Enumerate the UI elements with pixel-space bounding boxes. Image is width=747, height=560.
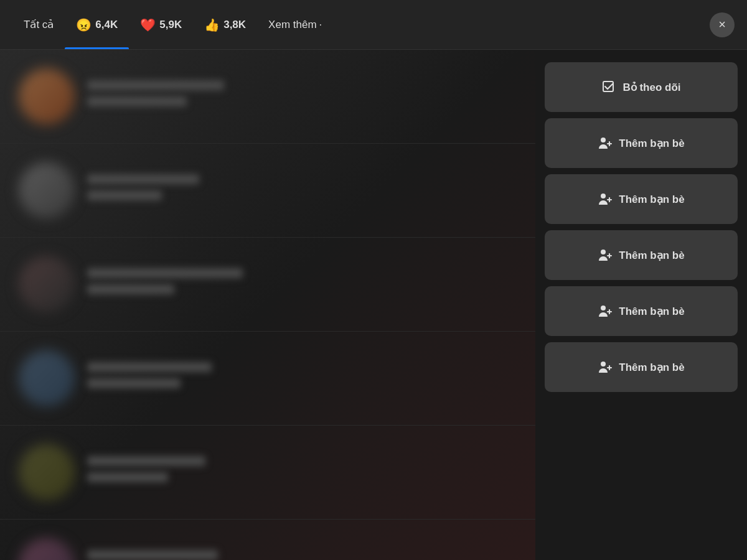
avatar bbox=[19, 444, 75, 500]
user-info bbox=[87, 80, 517, 113]
unfollow-icon bbox=[601, 80, 616, 95]
angry-count: 6,4K bbox=[95, 19, 118, 31]
list-item bbox=[0, 426, 535, 520]
add-friend-button-5[interactable]: Thêm bạn bè bbox=[545, 342, 738, 392]
add-friend-label-1: Thêm bạn bè bbox=[619, 137, 684, 150]
svg-point-4 bbox=[601, 194, 606, 198]
svg-point-13 bbox=[601, 362, 606, 366]
avatar bbox=[19, 538, 75, 560]
add-friend-icon-1 bbox=[598, 136, 613, 151]
list-item bbox=[0, 50, 535, 144]
unfollow-label: Bỏ theo dõi bbox=[622, 81, 680, 94]
add-friend-label-4: Thêm bạn bè bbox=[619, 305, 684, 318]
tab-bar: Tất cả 😠 6,4K ❤️ 5,9K 👍 3,8K Xem thêm · … bbox=[0, 0, 747, 50]
heart-count: 5,9K bbox=[159, 19, 182, 31]
avatar bbox=[19, 350, 75, 406]
svg-point-10 bbox=[601, 306, 606, 310]
add-friend-label-3: Thêm bạn bè bbox=[619, 249, 684, 262]
add-friend-label-2: Thêm bạn bè bbox=[619, 193, 684, 206]
heart-emoji-icon: ❤️ bbox=[140, 17, 156, 32]
avatar bbox=[19, 256, 75, 312]
unfollow-button[interactable]: Bỏ theo dõi bbox=[545, 62, 738, 112]
svg-point-1 bbox=[601, 138, 606, 142]
close-icon: × bbox=[718, 17, 726, 32]
tab-angry[interactable]: 😠 6,4K bbox=[65, 0, 129, 49]
like-emoji-icon: 👍 bbox=[204, 17, 220, 32]
add-friend-icon-4 bbox=[598, 304, 613, 319]
add-friend-button-3[interactable]: Thêm bạn bè bbox=[545, 230, 738, 280]
user-info bbox=[87, 174, 517, 207]
add-friend-icon-5 bbox=[598, 360, 613, 375]
list-item bbox=[0, 144, 535, 238]
user-info bbox=[87, 456, 517, 488]
add-friend-label-5: Thêm bạn bè bbox=[619, 361, 684, 374]
tab-more[interactable]: Xem thêm · bbox=[257, 0, 333, 49]
tab-all-label: Tất cả bbox=[24, 18, 54, 31]
user-info bbox=[87, 362, 517, 394]
tab-more-dot: · bbox=[319, 19, 322, 31]
angry-emoji-icon: 😠 bbox=[76, 17, 92, 32]
tab-like[interactable]: 👍 3,8K bbox=[193, 0, 257, 49]
add-friend-icon-2 bbox=[598, 192, 613, 207]
right-panel: Bỏ theo dõi Thêm bạn bè Thêm bạn bè bbox=[535, 50, 747, 560]
tab-more-label: Xem thêm bbox=[268, 19, 316, 31]
left-panel bbox=[0, 50, 535, 560]
close-button[interactable]: × bbox=[710, 12, 735, 37]
content-area: Bỏ theo dõi Thêm bạn bè Thêm bạn bè bbox=[0, 50, 747, 560]
add-friend-icon-3 bbox=[598, 248, 613, 263]
svg-point-7 bbox=[601, 250, 606, 254]
tab-all[interactable]: Tất cả bbox=[12, 0, 65, 49]
user-info bbox=[87, 550, 517, 560]
list-item bbox=[0, 520, 535, 560]
add-friend-button-1[interactable]: Thêm bạn bè bbox=[545, 118, 738, 168]
user-info bbox=[87, 268, 517, 301]
like-count: 3,8K bbox=[223, 19, 246, 31]
add-friend-button-4[interactable]: Thêm bạn bè bbox=[545, 286, 738, 336]
tab-heart[interactable]: ❤️ 5,9K bbox=[129, 0, 193, 49]
add-friend-button-2[interactable]: Thêm bạn bè bbox=[545, 174, 738, 224]
list-item bbox=[0, 238, 535, 332]
avatar bbox=[19, 162, 75, 218]
list-item bbox=[0, 332, 535, 426]
blurred-list bbox=[0, 50, 535, 560]
avatar bbox=[19, 68, 75, 124]
